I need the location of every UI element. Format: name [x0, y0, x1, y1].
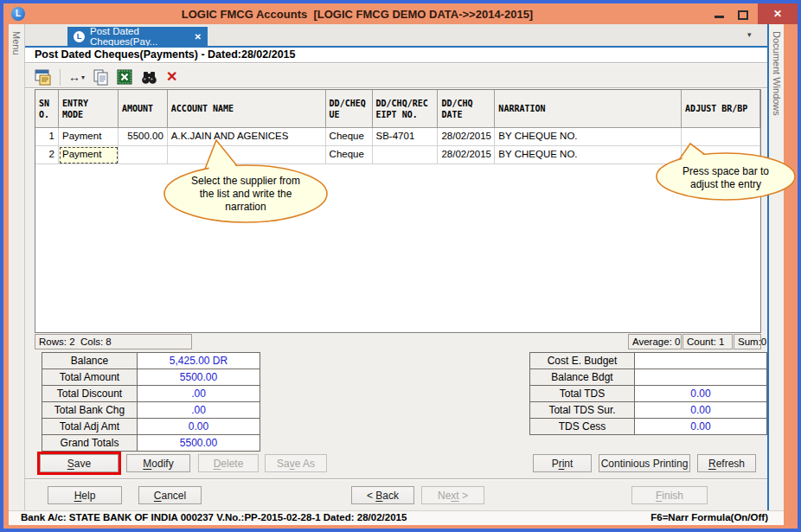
totals-row: Total Discount.00	[42, 386, 260, 402]
continious-printing-button[interactable]: Continious Printing	[599, 454, 690, 472]
menu-rail-label: Menu	[11, 24, 22, 55]
tab-overflow-icon[interactable]: ▾	[747, 30, 752, 39]
cheques-grid: SN O.ENTRY MODEAMOUNTACCOUNT NAMEDD/CHEQ…	[35, 89, 761, 333]
grid-cell[interactable]: Payment	[59, 128, 119, 146]
status-bar-voucher-info: Bank A/c: STATE BANK OF INDIA 000237 V.N…	[21, 512, 407, 522]
application-window: L LOGIC FMCG Accounts [LOGIC FMCG DEMO D…	[0, 0, 801, 532]
average-status: Average: 0	[628, 334, 682, 349]
sum-status: Sum:0	[734, 334, 761, 349]
grid-cell[interactable]: Payment	[59, 146, 119, 164]
totals-value: 0.00	[635, 419, 767, 435]
totals-label: Total TDS Sur.	[530, 402, 635, 419]
count-status: Count: 1	[682, 334, 733, 349]
grid-header-row: SN O.ENTRY MODEAMOUNTACCOUNT NAMEDD/CHEQ…	[35, 90, 760, 128]
heading-band: Post Dated Cheques(Payments) - Dated:28/…	[25, 48, 767, 62]
save-as-button: Save As	[265, 454, 327, 472]
find-icon[interactable]	[140, 69, 158, 86]
totals-row: Total TDS Sur.0.00	[530, 402, 767, 419]
totals-row: Total TDS0.00	[530, 386, 767, 402]
grid-cell[interactable]: 28/02/2015	[438, 146, 495, 164]
grid-cell[interactable]: 1	[35, 128, 59, 146]
totals-label: Balance	[42, 353, 138, 369]
totals-value: 5,425.00 DR	[138, 353, 260, 369]
status-bar-shortcut-hint: F6=Narr Formula(On/Off)	[650, 512, 768, 522]
divider	[25, 478, 767, 480]
tab-post-dated-cheques[interactable]: L Post Dated Cheques(Pay... ✕	[67, 27, 208, 46]
menu-rail[interactable]: Menu	[9, 24, 25, 510]
totals-label: Total TDS	[530, 386, 635, 402]
close-icon[interactable]: ✕	[758, 3, 798, 24]
column-width-icon[interactable]: ↔ ▾	[68, 69, 85, 86]
app-logo-icon: L	[11, 7, 25, 21]
back-button[interactable]: < Back	[351, 486, 414, 504]
totals-value: .00	[138, 402, 260, 419]
totals-right-table: Cost E. BudgetBalance BdgtTotal TDS0.00T…	[529, 352, 767, 435]
maximize-icon[interactable]	[738, 10, 748, 20]
delete-icon[interactable]: ✕	[166, 69, 177, 86]
copy-icon[interactable]	[93, 69, 109, 86]
spacebar-callout-text: Press space bar to adjust the entry	[678, 165, 773, 191]
help-button[interactable]: Help	[48, 486, 122, 504]
next-button: Next >	[421, 486, 484, 504]
totals-value: 5500.00	[138, 435, 260, 452]
totals-row: Total Adj Amt0.00	[42, 419, 260, 435]
excel-export-icon[interactable]	[117, 69, 132, 86]
totals-value	[635, 353, 767, 369]
column-header-4: DD/CHEQ UE	[326, 90, 373, 127]
document-windows-rail[interactable]: Document Windows	[769, 24, 784, 510]
totals-row: Balance5,425.00 DR	[42, 353, 260, 369]
save-button[interactable]: Save	[40, 454, 119, 472]
column-header-3: ACCOUNT NAME	[168, 90, 326, 127]
totals-row: Total Amount5500.00	[42, 369, 260, 386]
modify-button[interactable]: Modify	[126, 454, 190, 472]
page-title: Post Dated Cheques(Payments) - Dated:28/…	[35, 48, 296, 61]
totals-label: Total Amount	[42, 369, 138, 386]
status-bar: Bank A/c: STATE BANK OF INDIA 000237 V.N…	[9, 510, 784, 525]
column-header-0: SN O.	[35, 90, 59, 127]
totals-value: .00	[138, 386, 260, 402]
totals-label: Balance Bdgt	[530, 369, 635, 386]
totals-label: Total Discount	[42, 386, 138, 402]
journal-icon[interactable]	[35, 69, 52, 86]
totals-value: 0.00	[635, 386, 767, 402]
grid-cell[interactable]: SB-4701	[373, 128, 439, 146]
window-title: LOGIC FMCG Accounts [LOGIC FMCG DEMO DAT…	[38, 8, 676, 21]
totals-value: 0.00	[635, 402, 767, 419]
tab-logo-icon: L	[74, 31, 85, 42]
column-header-1: ENTRY MODE	[59, 90, 119, 127]
totals-row: Grand Totals5500.00	[42, 435, 260, 452]
totals-row: Total Bank Chg.00	[42, 402, 260, 419]
title-bar: L LOGIC FMCG Accounts [LOGIC FMCG DEMO D…	[3, 3, 798, 24]
document-windows-label: Document Windows	[772, 24, 782, 116]
toolbar-separator	[60, 69, 61, 86]
column-header-2: AMOUNT	[119, 90, 168, 127]
grid-cell[interactable]: 2	[35, 146, 59, 164]
totals-label: TDS Cess	[530, 419, 635, 435]
grid-cell[interactable]: 28/02/2015	[438, 128, 495, 146]
totals-value	[635, 369, 767, 386]
grid-cell[interactable]	[373, 146, 439, 164]
minimize-icon[interactable]	[714, 16, 724, 18]
cancel-button[interactable]: Cancel	[138, 486, 202, 504]
totals-label: Cost E. Budget	[530, 353, 635, 369]
column-header-7: NARRATION	[495, 90, 682, 127]
delete-button: Delete	[198, 454, 259, 472]
totals-label: Total Bank Chg	[42, 402, 138, 419]
totals-row: Cost E. Budget	[530, 353, 767, 369]
totals-row: Balance Bdgt	[530, 369, 767, 386]
totals-value: 0.00	[138, 419, 260, 435]
totals-label: Total Adj Amt	[42, 419, 138, 435]
refresh-button[interactable]: Refresh	[697, 454, 756, 472]
toolbar: ↔ ▾	[35, 67, 177, 87]
totals-left-table: Balance5,425.00 DRTotal Amount5500.00Tot…	[42, 352, 260, 452]
print-button[interactable]: Print	[533, 454, 592, 472]
tab-bar: L Post Dated Cheques(Pay... ✕ ▾	[25, 24, 767, 46]
finish-button: Finish	[631, 486, 708, 504]
totals-label: Grand Totals	[42, 435, 138, 452]
tab-close-icon[interactable]: ✕	[195, 32, 202, 42]
tab-label: Post Dated Cheques(Pay...	[90, 26, 189, 47]
totals-value: 5500.00	[138, 369, 260, 386]
totals-row: TDS Cess0.00	[530, 419, 767, 435]
rows-cols-status: Rows: 2 Cols: 8	[35, 334, 192, 349]
column-header-5: DD/CHQ/REC EIPT NO.	[373, 90, 439, 127]
